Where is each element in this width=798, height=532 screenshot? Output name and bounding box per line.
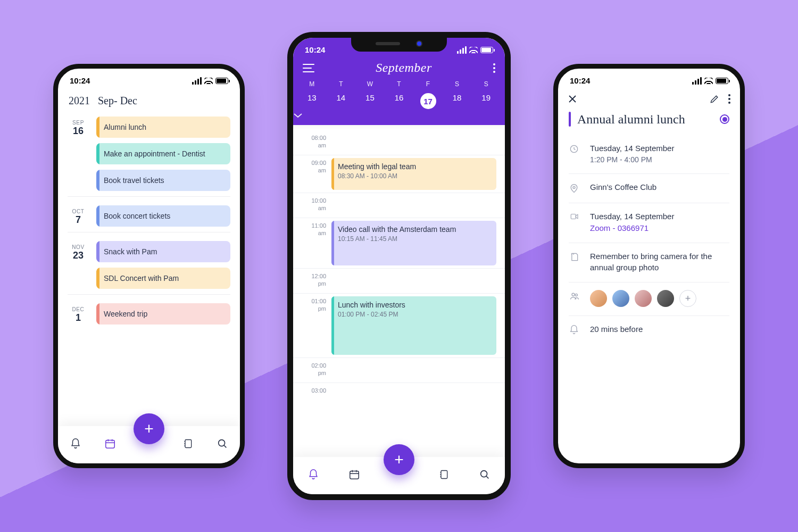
people-icon	[569, 290, 581, 307]
svg-rect-8	[571, 214, 576, 219]
add-attendee[interactable]: +	[679, 290, 696, 307]
note-icon	[569, 251, 581, 274]
agenda-item[interactable]: SDL Concert with Pam	[96, 268, 230, 289]
agenda-item[interactable]: Alumni lunch	[96, 117, 230, 138]
clock-icon	[569, 143, 581, 165]
time-label: 09:00am	[293, 155, 331, 193]
week-day[interactable]: T16	[386, 80, 412, 109]
bottom-nav: +	[58, 426, 240, 463]
nav-search[interactable]	[473, 469, 496, 483]
timeline-event[interactable]: Video call with the Amsterdam team10:15 …	[331, 221, 496, 265]
clock: 10:24	[70, 76, 90, 85]
time-label: 11:00am	[293, 218, 331, 268]
nav-calendar[interactable]	[343, 469, 366, 483]
agenda-group: NOV23Snack with PamSDL Concert with Pam	[68, 232, 230, 294]
signal-icon	[192, 77, 202, 85]
time-row: 02:00pm	[293, 358, 505, 383]
video-icon	[569, 211, 581, 234]
phone-detail: 10:24 Annual alumni lunch Tuesday,	[553, 64, 745, 468]
bell-icon	[70, 438, 81, 450]
week-day[interactable]: S18	[444, 80, 470, 109]
overflow-button[interactable]	[493, 63, 495, 73]
avatar[interactable]	[635, 290, 652, 307]
avatar[interactable]	[657, 290, 674, 307]
bottom-nav: +	[293, 457, 505, 494]
agenda-item[interactable]: Snack with Pam	[96, 241, 230, 262]
detail-location[interactable]: Ginn's Coffee Club	[569, 174, 729, 203]
fab-add[interactable]: +	[384, 444, 414, 475]
week-strip[interactable]: M13T14W15T16F17S18S19	[293, 76, 505, 110]
agenda-group: OCT7Book concert tickets	[68, 196, 230, 232]
day-timeline[interactable]: 08:00am09:00amMeeting with legal team08:…	[293, 125, 505, 457]
detail-people: +	[569, 282, 729, 316]
battery-icon	[716, 78, 728, 84]
wifi-icon	[204, 78, 213, 84]
close-button[interactable]	[568, 94, 577, 104]
agenda-year: 2021	[69, 95, 90, 106]
agenda-list[interactable]: SEP16Alumni lunchMake an appointment - D…	[58, 110, 240, 426]
nav-alerts[interactable]	[302, 469, 325, 483]
phone-agenda: 10:24 2021 Sep- Dec SEP16Alumni lunchMak…	[53, 64, 245, 468]
agenda-item[interactable]: Book concert tickets	[96, 205, 230, 227]
agenda-item[interactable]: Book travel tickets	[96, 170, 230, 191]
time-label: 10:00am	[293, 193, 331, 218]
reminder-text: 20 mins before	[590, 323, 729, 335]
menu-button[interactable]	[303, 64, 314, 72]
status-icons	[692, 77, 728, 85]
nav-search[interactable]	[211, 438, 234, 452]
agenda-heading: 2021 Sep- Dec	[58, 89, 240, 110]
svg-rect-4	[441, 471, 447, 479]
agenda-item[interactable]: Weekend trip	[96, 303, 230, 325]
detail-reminder[interactable]: 20 mins before	[569, 316, 729, 344]
video-date: Tuesday, 14 September	[590, 211, 729, 222]
svg-rect-1	[185, 440, 192, 448]
avatar[interactable]	[590, 290, 607, 307]
wifi-icon	[704, 78, 713, 84]
when-time: 1:20 PM - 4:00 PM	[590, 154, 729, 165]
clock: 10:24	[570, 76, 590, 85]
nav-calendar[interactable]	[98, 438, 122, 452]
week-day[interactable]: M13	[298, 80, 325, 109]
time-row: 03:00	[293, 383, 505, 408]
fab-add[interactable]: +	[134, 413, 164, 444]
phone-day: 10:24 September M13T14W15T16F17S18S19 08…	[287, 32, 511, 500]
time-row: 08:00am	[293, 130, 505, 155]
notebook-icon	[182, 438, 193, 450]
svg-rect-3	[350, 471, 359, 479]
detail-note: Remember to bring camera for the annual …	[569, 243, 729, 283]
avatar[interactable]	[612, 290, 629, 307]
edit-button[interactable]	[709, 94, 720, 104]
note-text: Remember to bring camera for the annual …	[590, 251, 729, 274]
expand-week[interactable]	[293, 110, 505, 122]
status-icons	[457, 46, 493, 54]
agenda-group: SEP16Alumni lunchMake an appointment - D…	[68, 110, 230, 196]
timeline-event[interactable]: Lunch with investors01:00 PM - 02:45 PM	[331, 296, 496, 355]
timeline-event[interactable]: Meeting with legal team08:30 AM - 10:00 …	[331, 158, 496, 190]
detail-when: Tuesday, 14 September 1:20 PM - 4:00 PM	[569, 135, 729, 174]
week-day[interactable]: W15	[357, 80, 384, 109]
overflow-button[interactable]	[728, 94, 730, 104]
week-day[interactable]: S19	[473, 80, 500, 109]
search-icon	[479, 469, 491, 480]
accent-bar	[569, 112, 571, 127]
svg-point-10	[575, 294, 577, 296]
nav-notes[interactable]	[432, 469, 455, 483]
status-bar: 10:24	[558, 69, 740, 89]
month-title[interactable]: September	[376, 61, 432, 75]
nav-notes[interactable]	[176, 438, 200, 452]
agenda-item[interactable]: Make an appointment - Dentist	[96, 143, 230, 164]
status-bar: 10:24	[58, 69, 240, 89]
week-day[interactable]: T14	[328, 80, 354, 109]
battery-icon	[215, 78, 228, 84]
agenda-date: OCT7	[68, 205, 89, 227]
color-tag[interactable]	[720, 114, 729, 124]
time-row: 11:00amVideo call with the Amsterdam tea…	[293, 218, 505, 268]
notebook-icon	[438, 469, 449, 480]
time-label: 03:00	[293, 383, 331, 408]
video-link[interactable]: Zoom - 0366971	[590, 222, 729, 234]
detail-video[interactable]: Tuesday, 14 September Zoom - 0366971	[569, 203, 729, 243]
status-icons	[192, 77, 228, 85]
nav-alerts[interactable]	[64, 438, 87, 452]
week-day[interactable]: F17	[415, 80, 442, 109]
search-icon	[217, 438, 228, 450]
